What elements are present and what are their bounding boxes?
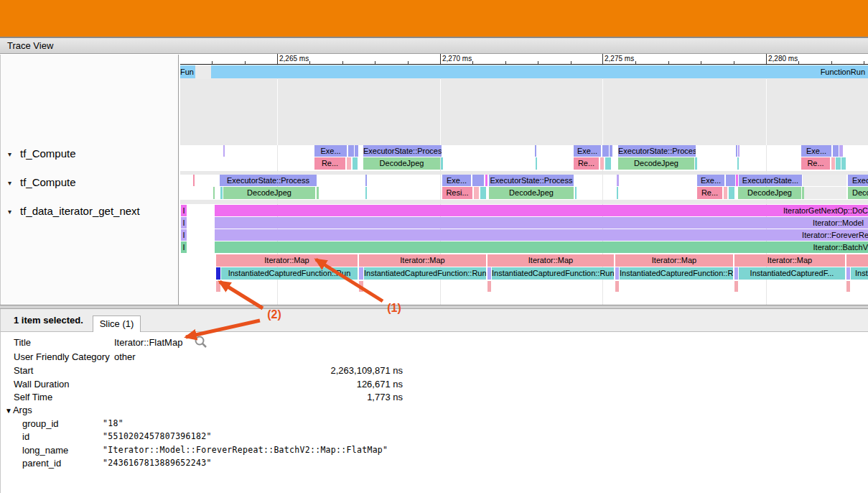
- trace-slice[interactable]: Deco: [848, 187, 868, 199]
- trace-slice[interactable]: [839, 145, 843, 157]
- trace-slice[interactable]: [474, 187, 479, 199]
- timeline-canvas[interactable]: 2,265 ms2,270 ms2,275 ms2,280 msFunFunct…: [180, 54, 868, 305]
- trace-slice[interactable]: [600, 157, 604, 170]
- trace-slice[interactable]: [831, 157, 835, 170]
- trace-slice[interactable]: [737, 157, 739, 170]
- trace-slice[interactable]: FunctionRun: [211, 65, 868, 78]
- trace-slice[interactable]: InstantiatedCapturedFunction::Run: [364, 267, 486, 280]
- trace-slice[interactable]: Iterator::Map: [359, 254, 486, 267]
- trace-slice[interactable]: [480, 187, 486, 199]
- trace-slice[interactable]: [487, 281, 491, 292]
- trace-slice[interactable]: [615, 267, 619, 280]
- trace-slice[interactable]: Re...: [801, 157, 830, 170]
- trace-slice[interactable]: [317, 187, 319, 199]
- trace-slice[interactable]: Re...: [574, 157, 599, 170]
- trace-slice[interactable]: Iterator::Map: [487, 254, 614, 267]
- trace-slice[interactable]: [734, 267, 738, 280]
- trace-slice[interactable]: [575, 187, 577, 199]
- args-section-toggle[interactable]: ▼Args: [5, 405, 32, 415]
- trace-slice[interactable]: InstantiatedCapturedFunction::Run: [221, 267, 358, 280]
- trace-slice[interactable]: InstantiatedCapturedFunction::Run: [492, 267, 614, 280]
- trace-slice[interactable]: [193, 175, 195, 186]
- trace-slice[interactable]: ExecutorState::Process: [618, 145, 696, 157]
- trace-slice[interactable]: Iterator::ForeverRe: [215, 229, 868, 241]
- trace-slice[interactable]: Iterator::Model: [215, 217, 868, 229]
- magnifier-icon[interactable]: [193, 336, 207, 349]
- trace-slice[interactable]: Fun: [180, 65, 195, 78]
- trace-slice[interactable]: [610, 145, 612, 157]
- trace-slice[interactable]: [365, 187, 367, 199]
- trace-slice[interactable]: [535, 145, 536, 157]
- trace-slice[interactable]: [355, 145, 358, 157]
- trace-slice[interactable]: I: [181, 241, 187, 253]
- trace-slice[interactable]: [803, 175, 846, 186]
- trace-slice[interactable]: [736, 145, 737, 157]
- track-row-tf-compute-2[interactable]: ▾tf_Compute: [1, 175, 173, 190]
- trace-slice[interactable]: [472, 175, 484, 186]
- trace-slice[interactable]: Iterator::BatchV: [215, 241, 868, 253]
- trace-slice[interactable]: [485, 175, 487, 186]
- trace-slice[interactable]: [729, 187, 734, 199]
- trace-slice[interactable]: Exe...: [442, 175, 471, 186]
- trace-slice[interactable]: [846, 281, 850, 292]
- trace-slice[interactable]: [836, 157, 841, 170]
- trace-slice[interactable]: [726, 175, 735, 186]
- trace-slice[interactable]: [216, 281, 220, 292]
- trace-slice[interactable]: [223, 145, 225, 157]
- trace-slice[interactable]: [220, 187, 223, 199]
- track-row-tf-compute-1[interactable]: ▾tf_Compute: [1, 147, 173, 161]
- trace-slice[interactable]: [846, 267, 850, 280]
- trace-slice[interactable]: ExecutorState::Process: [363, 145, 442, 157]
- trace-slice[interactable]: [353, 157, 358, 170]
- trace-slice[interactable]: DecodeJpeg: [618, 157, 694, 170]
- trace-slice[interactable]: [833, 145, 839, 157]
- trace-slice[interactable]: IteratorGetNextOp::DoC: [215, 205, 868, 216]
- trace-slice[interactable]: Iterator::Map: [615, 254, 733, 267]
- trace-slice[interactable]: [846, 254, 868, 267]
- trace-slice[interactable]: Exe...: [801, 145, 831, 157]
- trace-slice[interactable]: Exe...: [697, 175, 724, 186]
- trace-slice[interactable]: Execut: [848, 175, 868, 186]
- trace-slice[interactable]: [365, 175, 367, 186]
- trace-slice[interactable]: Iterator::Map: [734, 254, 845, 267]
- trace-slice[interactable]: [802, 187, 804, 199]
- trace-slice[interactable]: [617, 175, 619, 186]
- trace-slice[interactable]: [536, 157, 537, 170]
- trace-slice[interactable]: Exe...: [314, 145, 347, 157]
- trace-slice[interactable]: [359, 267, 363, 280]
- trace-slice[interactable]: Exe...: [574, 145, 601, 157]
- trace-slice[interactable]: [359, 281, 363, 292]
- chevron-down-icon[interactable]: ▾: [8, 176, 20, 190]
- trace-slice[interactable]: Resi...: [442, 187, 472, 199]
- trace-slice[interactable]: [602, 145, 609, 157]
- trace-slice[interactable]: [841, 157, 846, 170]
- trace-slice[interactable]: [724, 187, 727, 199]
- trace-slice[interactable]: [487, 267, 491, 280]
- trace-slice[interactable]: DecodeJpeg: [738, 187, 801, 199]
- trace-slice[interactable]: Iterator::Map: [216, 254, 358, 267]
- chevron-down-icon[interactable]: ▾: [8, 147, 20, 162]
- trace-slice[interactable]: [347, 157, 351, 170]
- trace-slice[interactable]: [803, 187, 846, 199]
- trace-slice[interactable]: [617, 187, 618, 199]
- trace-slice[interactable]: InstantiatedCapturedF...: [739, 267, 845, 280]
- trace-slice[interactable]: Re...: [314, 157, 345, 170]
- trace-slice[interactable]: [605, 157, 611, 170]
- chevron-down-icon[interactable]: ▾: [8, 205, 20, 219]
- trace-slice[interactable]: [213, 187, 215, 199]
- trace-slice[interactable]: Re...: [697, 187, 722, 199]
- trace-slice[interactable]: [615, 281, 619, 292]
- trace-slice[interactable]: [734, 281, 738, 292]
- trace-slice[interactable]: I: [181, 229, 187, 241]
- track-row-tf-data-iterator[interactable]: ▾tf_data_iterator_get_next: [1, 204, 173, 218]
- tab-slice[interactable]: Slice (1): [93, 315, 141, 332]
- trace-slice[interactable]: ExecutorState::Process: [220, 175, 317, 186]
- trace-slice[interactable]: I: [181, 217, 187, 229]
- trace-slice[interactable]: Inst: [851, 267, 868, 280]
- trace-slice[interactable]: InstantiatedCapturedFunction::Run: [620, 267, 733, 280]
- trace-slice[interactable]: DecodeJpeg: [363, 157, 440, 170]
- trace-slice[interactable]: [216, 267, 220, 280]
- trace-slice[interactable]: ExecutorState...: [739, 175, 802, 186]
- trace-slice[interactable]: [441, 157, 443, 170]
- trace-slice[interactable]: [695, 157, 697, 170]
